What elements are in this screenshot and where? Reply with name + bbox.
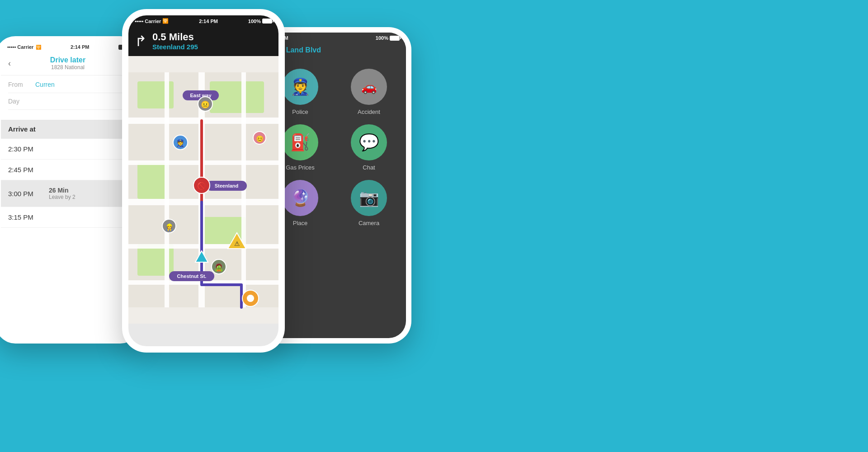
phone-center: ••••• Carrier 🛜 2:14 PM 100% ↱ 0.5 Miles… [122, 9, 285, 353]
time-list[interactable]: 2:30 PM 2:45 PM 3:00 PM 26 Min Leave by … [1, 139, 135, 228]
svg-rect-11 [165, 72, 169, 307]
nav-street-label: Steenland 295 [152, 43, 198, 51]
svg-text:🧟: 🧟 [214, 263, 223, 272]
right-street-label: Oak Land Blvd [270, 46, 399, 54]
camera-icon: 📷 [359, 188, 379, 207]
accident-circle: 🚗 [351, 69, 387, 105]
svg-text:👷: 👷 [165, 223, 174, 231]
time-245: 2:45 PM [8, 166, 49, 174]
back-button[interactable]: ‹ [8, 59, 11, 68]
police-label: Police [292, 108, 308, 115]
drive-later-title: Drive later [50, 56, 85, 64]
time-row-245[interactable]: 2:45 PM [1, 160, 135, 180]
turn-icon: ↱ [135, 34, 147, 48]
nav-info: 0.5 Miles Steenland 295 [152, 31, 198, 51]
mins-label: 26 Min [49, 187, 75, 194]
map-area: East way Steenland Chestnut St. 😐 👮 😊 [128, 56, 278, 324]
accident-icon-item[interactable]: 🚗 Accident [339, 69, 399, 115]
arrive-at-section: Arrive at [1, 120, 135, 139]
svg-text:⚠: ⚠ [234, 240, 240, 247]
svg-text:😐: 😐 [201, 100, 210, 109]
from-value: Curren [35, 81, 55, 88]
camera-icon-item[interactable]: 📷 Camera [339, 180, 399, 226]
svg-text:Chestnut St.: Chestnut St. [177, 273, 207, 279]
camera-label: Camera [359, 220, 379, 226]
chat-icon-item[interactable]: 💬 Chat [339, 124, 399, 171]
time-row-230[interactable]: 2:30 PM [1, 139, 135, 160]
police-icon: 👮 [290, 77, 311, 96]
arrive-at-label: Arrive at [8, 125, 36, 133]
place-label: Place [293, 220, 308, 226]
gas-icon: ⛽ [290, 133, 311, 152]
time-300-detail: 26 Min Leave by 2 [49, 187, 75, 200]
chat-icon: 💬 [359, 133, 379, 152]
svg-text:👮: 👮 [176, 139, 185, 147]
place-circle: 🔮 [282, 180, 318, 216]
address-subtitle: 1828 National [50, 64, 85, 71]
chat-circle: 💬 [351, 124, 387, 160]
time-row-315[interactable]: 3:15 PM [1, 207, 135, 228]
battery-center: 100% [248, 19, 272, 24]
left-title: Drive later 1828 National [50, 56, 85, 71]
svg-text:Steenland: Steenland [215, 183, 239, 188]
time-left: 2:14 PM [71, 44, 90, 50]
camera-circle: 📷 [351, 180, 387, 216]
time-300: 3:00 PM [8, 190, 49, 198]
svg-text:😊: 😊 [256, 135, 264, 143]
distance-label: 0.5 Miles [152, 31, 198, 43]
svg-point-36 [247, 295, 254, 302]
svg-text:🚫: 🚫 [197, 182, 206, 190]
from-label: From [8, 81, 35, 88]
battery-right: 100% [376, 35, 400, 41]
gas-label: Gas Prices [286, 164, 315, 171]
wifi-icon-left: 🛜 [36, 45, 41, 50]
carrier-center: ••••• Carrier 🛜 [135, 18, 169, 24]
time-315: 3:15 PM [8, 213, 49, 221]
status-bar-left: ••••• Carrier 🛜 2:14 PM [1, 42, 135, 52]
time-center: 2:14 PM [199, 19, 218, 24]
chat-label: Chat [363, 164, 375, 171]
accident-icon: 🚗 [361, 80, 377, 94]
time-row-300[interactable]: 3:00 PM 26 Min Leave by 2 [1, 180, 135, 207]
left-form: From Curren Day [1, 75, 135, 120]
left-nav-header: ‹ Drive later 1828 National [1, 52, 135, 75]
map-svg: East way Steenland Chestnut St. 😐 👮 😊 [128, 56, 278, 324]
wifi-icon-center: 🛜 [162, 18, 169, 24]
signal-left: ••••• Carrier 🛜 [7, 44, 41, 50]
day-row: Day [8, 98, 127, 110]
day-label: Day [8, 98, 35, 105]
accident-label: Accident [358, 108, 380, 115]
svg-rect-3 [137, 163, 169, 199]
place-icon: 🔮 [290, 188, 311, 207]
nav-header-center: ↱ 0.5 Miles Steenland 295 [128, 26, 278, 56]
from-row: From Curren [8, 81, 127, 93]
police-circle: 👮 [282, 69, 318, 105]
leave-by-label: Leave by 2 [49, 194, 75, 200]
time-230: 2:30 PM [8, 145, 49, 153]
phone-left: ••••• Carrier 🛜 2:14 PM ‹ Drive later 18… [0, 36, 140, 344]
gas-circle: ⛽ [282, 124, 318, 160]
status-bar-center: ••••• Carrier 🛜 2:14 PM 100% [128, 15, 278, 26]
